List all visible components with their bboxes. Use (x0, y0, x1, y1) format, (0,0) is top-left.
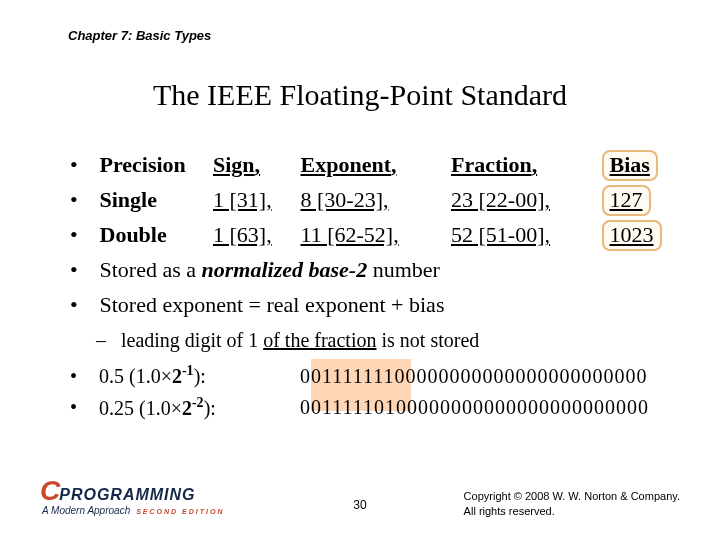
header-row: • Precision Sign, Exponent, Fraction, Bi… (70, 148, 662, 181)
logo-programming: PROGRAMMING (59, 486, 195, 503)
col-hdr-sign: Sign, (213, 148, 295, 181)
bias-double: 1023 (602, 218, 662, 251)
precision-single: Single (100, 183, 208, 216)
col-hdr-fraction: Fraction, (451, 148, 596, 181)
main-bullet-list: • Precision Sign, Exponent, Fraction, Bi… (70, 148, 662, 323)
logo-c-letter: C (40, 475, 59, 506)
example-list: • 0.5 (1.0×2-1): 00111111100000000000000… (70, 360, 649, 423)
bits-0.5: 00111111100000000000000000000000 (300, 361, 648, 392)
logo-edition: SECOND EDITION (136, 508, 224, 515)
col-hdr-bias: Bias (602, 148, 658, 181)
book-logo: CPROGRAMMING A Modern ApproachSECOND EDI… (40, 475, 225, 516)
sign-single: 1 [31], (213, 183, 295, 216)
col-hdr-precision: Precision (100, 148, 208, 181)
page-title: The IEEE Floating-Point Standard (0, 78, 720, 112)
bullet-stored-normalized: • Stored as a normalized base-2 number (70, 253, 662, 286)
row-single: • Single 1 [31], 8 [30-23], 23 [22-00], … (70, 183, 662, 216)
bits-0.25: 00111110100000000000000000000000 (300, 392, 649, 423)
sign-double: 1 [63], (213, 218, 295, 251)
chapter-label: Chapter 7: Basic Types (68, 28, 211, 43)
sub-bullet-leading-digit: – leading digit of 1 of the fraction is … (96, 326, 479, 355)
frac-single: 23 [22-00], (451, 183, 596, 216)
example-row-0.5: • 0.5 (1.0×2-1): 00111111100000000000000… (70, 360, 649, 392)
row-double: • Double 1 [63], 11 [62-52], 52 [51-00],… (70, 218, 662, 251)
copyright: Copyright © 2008 W. W. Norton & Company.… (464, 489, 680, 518)
logo-subtitle: A Modern ApproachSECOND EDITION (42, 505, 225, 516)
frac-double: 52 [51-00], (451, 218, 596, 251)
bullet-stored-exponent: • Stored exponent = real exponent + bias (70, 288, 662, 321)
example-row-0.25: • 0.25 (1.0×2-2): 0011111010000000000000… (70, 392, 649, 424)
bias-single: 127 (602, 183, 651, 216)
col-hdr-exponent: Exponent, (301, 148, 446, 181)
precision-double: Double (100, 218, 208, 251)
exp-double: 11 [62-52], (301, 218, 446, 251)
exp-single: 8 [30-23], (301, 183, 446, 216)
